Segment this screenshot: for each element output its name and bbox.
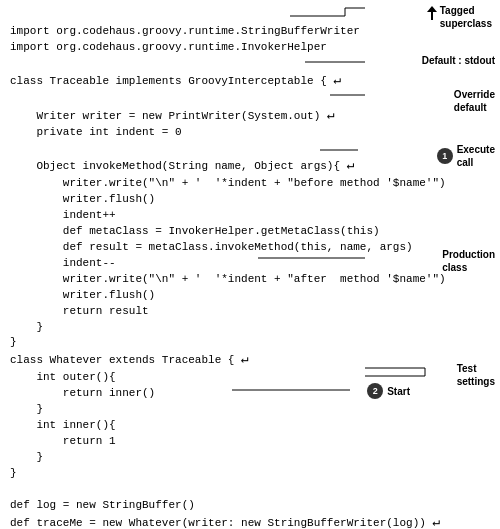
line-23: return inner() (10, 387, 155, 399)
override-default-annotation: Override default (454, 88, 495, 114)
line-17: writer.flush() (10, 289, 155, 301)
line-6: Writer writer = new PrintWriter(System.o… (10, 110, 320, 122)
start-badge: 2 (367, 383, 383, 399)
return-arrow-3: ↵ (347, 158, 355, 173)
line-18: return result (10, 305, 149, 317)
line-21: class Whatever extends Traceable { (10, 354, 234, 366)
line-9: Object invokeMethod(String name, Object … (10, 160, 340, 172)
line-27: } (10, 451, 43, 463)
return-arrow-4: ↵ (241, 352, 249, 367)
line-5 (10, 92, 17, 104)
line-11: writer.flush() (10, 193, 155, 205)
production-class-annotation: Production class (442, 248, 495, 274)
line-20: } (10, 336, 17, 348)
execute-badge: 1 (437, 148, 453, 164)
tagged-superclass-annotation: Tagged superclass (427, 4, 492, 30)
line-30: def log = new StringBuffer() (10, 499, 195, 511)
line-8 (10, 142, 17, 154)
line-22: int outer(){ (10, 371, 116, 383)
return-arrow-5: ↵ (432, 515, 440, 529)
return-arrow-1: ↵ (333, 73, 341, 88)
line-7: private int indent = 0 (10, 126, 182, 138)
execute-call-annotation: 1 Execute call (437, 143, 495, 169)
line-25: int inner(){ (10, 419, 116, 431)
line-14: def result = metaClass.invokeMethod(this… (10, 241, 413, 253)
tagged-superclass-label: Tagged superclass (440, 4, 492, 30)
code-display: import org.codehaus.groovy.runtime.Strin… (10, 8, 490, 529)
line-1: import org.codehaus.groovy.runtime.Strin… (10, 25, 360, 37)
execute-call-label: Execute call (457, 143, 495, 169)
line-13: def metaClass = InvokerHelper.getMetaCla… (10, 225, 380, 237)
line-10: writer.write("\n" + ' '*indent + "before… (10, 177, 446, 189)
line-3 (10, 57, 17, 69)
line-24: } (10, 403, 43, 415)
start-annotation: 2 Start (367, 383, 410, 399)
line-2: import org.codehaus.groovy.runtime.Invok… (10, 41, 327, 53)
line-4: class Traceable implements GroovyInterce… (10, 75, 327, 87)
line-28: } (10, 467, 17, 479)
line-16: writer.write("\n" + ' '*indent + "after … (10, 273, 446, 285)
tagged-superclass-bracket (427, 6, 437, 20)
line-31: def traceMe = new Whatever(writer: new S… (10, 517, 426, 529)
start-label: Start (387, 386, 410, 397)
line-15: indent-- (10, 257, 116, 269)
main-container: import org.codehaus.groovy.runtime.Strin… (0, 0, 500, 529)
line-19: } (10, 321, 43, 333)
return-arrow-2: ↵ (327, 108, 335, 123)
line-29 (10, 483, 17, 495)
bracket-line (431, 12, 433, 20)
line-26: return 1 (10, 435, 116, 447)
line-12: indent++ (10, 209, 116, 221)
test-settings-annotation: Test settings (457, 362, 495, 388)
default-stdout-annotation: Default : stdout (422, 55, 495, 66)
